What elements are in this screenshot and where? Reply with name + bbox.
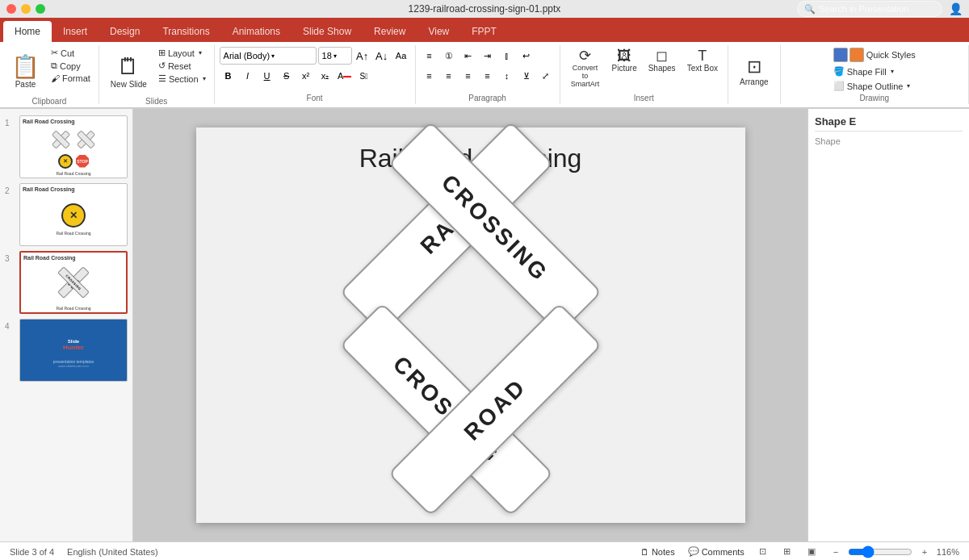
drawing-row1: Quick Styles [830, 47, 919, 63]
bold-button[interactable]: B [220, 67, 237, 85]
copy-label: Copy [60, 61, 81, 71]
align-right-button[interactable]: ≡ [459, 67, 477, 85]
textbox-label: Text Box [687, 64, 718, 73]
ribbon-content: 📋 Paste ✂ Cut ⧉ Copy 🖌 Format [0, 42, 969, 108]
canvas-area: Rail Road Crossing RAIL CROSSING CROSSIN… [133, 109, 808, 541]
zoom-in-button[interactable]: + [916, 543, 933, 561]
format-label: Format [62, 73, 90, 83]
tab-review[interactable]: Review [363, 21, 417, 42]
increase-font-button[interactable]: A↑ [354, 47, 371, 65]
tab-transitions[interactable]: Transitions [151, 21, 220, 42]
tab-design[interactable]: Design [99, 21, 151, 42]
new-slide-button[interactable]: 🗒 New Slide [104, 47, 153, 95]
slide4-text2: www.slidehunter.com [58, 364, 89, 368]
font-color-button[interactable]: A [336, 67, 354, 85]
justify-button[interactable]: ≡ [479, 67, 497, 85]
para-row1: ≡ ① ⇤ ⇥ ⫿ ↩ [421, 47, 555, 65]
format-button[interactable]: 🖌 Format [48, 73, 94, 84]
shape-subtitle: Shape [815, 136, 963, 146]
line-spacing-button[interactable]: ↕ [498, 67, 516, 85]
numbered-list-button[interactable]: ① [440, 47, 458, 65]
tab-animations[interactable]: Animations [221, 21, 292, 42]
statusbar-right: 🗒 Notes 💬 Comments ⊡ ⊞ ▣ − + 116% [637, 543, 959, 561]
subscript-button[interactable]: x₂ [317, 67, 334, 85]
shadow-button[interactable]: S⃞ [355, 67, 373, 85]
slide-thumb-3[interactable]: 3 Rail Road Crossing RAILROAD CROSSING R… [5, 251, 128, 314]
decrease-indent-button[interactable]: ⇤ [459, 47, 477, 65]
maximize-button[interactable] [36, 4, 45, 14]
zoom-percent: 116% [937, 547, 959, 557]
view-grid-button[interactable]: ⊞ [778, 543, 796, 561]
slide-img-2: Rail Road Crossing ✕ Rail Road Crossing [19, 183, 128, 246]
section-arrow: ▾ [203, 75, 206, 82]
textbox-button[interactable]: T Text Box [682, 47, 723, 74]
arrange-icon: ⊡ [747, 56, 761, 77]
slide-thumb-4[interactable]: 4 Slide Hunter presentation templates ww… [5, 319, 128, 382]
tab-insert[interactable]: Insert [52, 21, 99, 42]
strikethrough-button[interactable]: S [278, 67, 296, 85]
vertical-align-button[interactable]: ⊻ [518, 67, 535, 85]
drawing-group-content: Quick Styles 🪣 Shape Fill ▾ ⬜ Sha [830, 47, 919, 92]
view-reading-button[interactable]: ▣ [803, 543, 820, 561]
bullet-list-button[interactable]: ≡ [421, 47, 438, 65]
zoom-out-button[interactable]: − [827, 543, 845, 561]
arrange-label: Arrange [740, 77, 769, 86]
slide-img-1: Rail Road Crossing ✕ STOP Rail [19, 115, 128, 178]
drawing-group: Quick Styles 🪣 Shape Fill ▾ ⬜ Sha [781, 45, 969, 104]
close-button[interactable] [6, 4, 16, 14]
para-row2: ≡ ≡ ≡ ≡ ↕ ⊻ ⤢ [421, 67, 555, 85]
section-button[interactable]: ☰ Section ▾ [155, 73, 209, 85]
tab-slideshow[interactable]: Slide Show [292, 21, 363, 42]
notes-button[interactable]: 🗒 Notes [637, 546, 678, 558]
clear-format-button[interactable]: Aa [392, 47, 410, 65]
user-icon[interactable]: 👤 [949, 2, 963, 15]
shape-outline-icon: ⬜ [833, 81, 845, 91]
slide4-brand: Hunter [63, 344, 84, 351]
tab-fppt[interactable]: FPPT [460, 21, 508, 42]
quick-styles-button[interactable]: Quick Styles [830, 47, 919, 63]
arrange-button[interactable]: ⊡ Arrange [733, 47, 775, 95]
font-size-value: 18 [322, 51, 332, 61]
shape-fill-button[interactable]: 🪣 Shape Fill ▾ [830, 65, 897, 77]
shapes-button[interactable]: ◻ Shapes [644, 47, 681, 74]
notes-icon: 🗒 [640, 547, 649, 557]
cut-button[interactable]: ✂ Cut [48, 47, 94, 59]
font-family-selector[interactable]: Arial (Body) ▾ [220, 47, 317, 65]
cut-label: Cut [61, 48, 74, 58]
picture-button[interactable]: 🖼 Picture [607, 47, 642, 74]
comments-button[interactable]: 💬 Comments [685, 545, 748, 558]
increase-indent-button[interactable]: ⇥ [479, 47, 497, 65]
convert-smartart-button[interactable]: ⟳ Convert to SmartArt [565, 47, 606, 90]
minimize-button[interactable] [21, 4, 31, 14]
convert-label: Convert to SmartArt [570, 64, 601, 88]
paste-button[interactable]: 📋 Paste [5, 47, 46, 95]
font-size-selector[interactable]: 18 ▾ [318, 47, 352, 65]
superscript-button[interactable]: x² [297, 67, 315, 85]
shapes-label: Shapes [648, 64, 676, 73]
text-direction-button[interactable]: ⤢ [537, 67, 555, 85]
decrease-font-button[interactable]: A↓ [373, 47, 391, 65]
layout-button[interactable]: ⊞ Layout ▾ [155, 47, 209, 59]
underline-button[interactable]: U [258, 67, 276, 85]
slide1-caption: Rail Road Crossing [56, 171, 90, 176]
slide-panel: 1 Rail Road Crossing ✕ STOP [0, 109, 133, 541]
search-bar[interactable]: 🔍 Search in Presentation [797, 1, 942, 17]
align-center-button[interactable]: ≡ [440, 67, 458, 85]
slide-canvas[interactable]: Rail Road Crossing RAIL CROSSING CROSSIN… [196, 127, 745, 523]
tab-home[interactable]: Home [3, 21, 52, 42]
columns-button[interactable]: ⫿ [498, 47, 516, 65]
zoom-slider[interactable] [848, 545, 912, 558]
shape-outline-button[interactable]: ⬜ Shape Outline ▾ [830, 80, 914, 92]
rtl-button[interactable]: ↩ [518, 47, 535, 65]
align-left-button[interactable]: ≡ [421, 67, 438, 85]
font-group: Arial (Body) ▾ 18 ▾ A↑ A↓ Aa B I U S [215, 45, 416, 104]
italic-button[interactable]: I [239, 67, 257, 85]
thumb-xing-1: ✕ [58, 154, 73, 169]
view-normal-button[interactable]: ⊡ [754, 543, 772, 561]
slide-thumb-1[interactable]: 1 Rail Road Crossing ✕ STOP [5, 115, 128, 178]
tab-view[interactable]: View [417, 21, 460, 42]
reset-button[interactable]: ↺ Reset [155, 60, 209, 72]
slide-thumb-2[interactable]: 2 Rail Road Crossing ✕ Rail Road Crossin… [5, 183, 128, 246]
copy-button[interactable]: ⧉ Copy [48, 60, 94, 72]
arrange-group-content: ⊡ Arrange [733, 47, 775, 101]
